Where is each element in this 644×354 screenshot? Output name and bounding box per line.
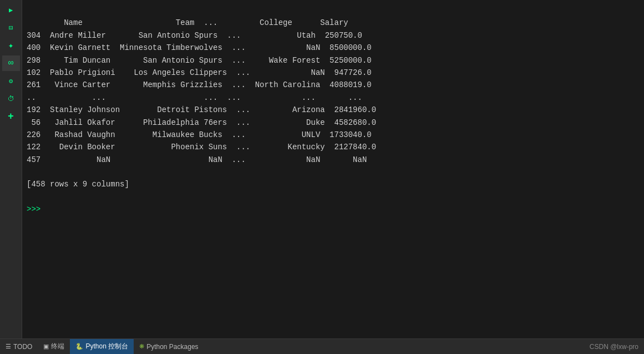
python-console-icon: 🐍 bbox=[75, 343, 83, 350]
add-icon[interactable]: + bbox=[2, 109, 20, 124]
table-row-102: 102 Pablo Prigioni Los Angeles Clippers … bbox=[27, 68, 372, 77]
brand-text: CSDN @lxw-pro bbox=[590, 343, 644, 351]
python-console-label: Python 控制台 bbox=[85, 342, 128, 351]
console-output: Name Team ... College Salary 304 Andre M… bbox=[27, 4, 644, 228]
terminal-icon: ▣ bbox=[43, 343, 49, 350]
table-row-261: 261 Vince Carter Memphis Grizzlies ... N… bbox=[27, 80, 372, 89]
terminal-tab[interactable]: ▣ 终端 bbox=[38, 339, 70, 354]
table-row-457: 457 NaN NaN ... NaN NaN bbox=[27, 155, 367, 164]
table-row-dots: .. ... ... ... ... ... bbox=[27, 93, 362, 102]
todo-label: TODO bbox=[13, 343, 32, 351]
infinity-icon[interactable]: ∞ bbox=[2, 55, 20, 71]
sidebar: ▶ ⊟ ✦ ∞ ⚙ ⏱ + bbox=[0, 0, 22, 338]
table-header: Name Team ... College Salary bbox=[27, 18, 348, 27]
python-console-tab[interactable]: 🐍 Python 控制台 bbox=[70, 339, 134, 354]
settings-icon[interactable]: ⚙ bbox=[2, 73, 20, 89]
clock-icon[interactable]: ⏱ bbox=[2, 91, 20, 107]
table-row-298: 298 Tim Duncan San Antonio Spurs ... Wak… bbox=[27, 56, 372, 65]
summary-text: [458 rows x 9 columns] bbox=[27, 180, 129, 189]
table-row-192: 192 Stanley Johnson Detroit Pistons ... … bbox=[27, 105, 376, 114]
console-prompt: >>> bbox=[27, 205, 40, 214]
table-row-56: 56 Jahlil Okafor Philadelphia 76ers ... … bbox=[27, 118, 376, 127]
table-row-122: 122 Devin Booker Phoenix Suns ... Kentuc… bbox=[27, 143, 376, 151]
python-packages-label: Python Packages bbox=[146, 343, 198, 351]
play-icon[interactable]: ▶ bbox=[2, 2, 20, 18]
todo-icon: ☰ bbox=[6, 343, 11, 350]
table-row-304: 304 Andre Miller San Antonio Spurs ... U… bbox=[27, 31, 362, 40]
print-icon[interactable]: ⊟ bbox=[2, 20, 20, 36]
table-row-226: 226 Rashad Vaughn Milwaukee Bucks ... UN… bbox=[27, 130, 372, 139]
main-area: ▶ ⊟ ✦ ∞ ⚙ ⏱ + Name Team ... College Sala… bbox=[0, 0, 644, 338]
status-bar: ☰ TODO ▣ 终端 🐍 Python 控制台 ❋ Python Packag… bbox=[0, 338, 644, 354]
table-row-400: 400 Kevin Garnett Minnesota Timberwolves… bbox=[27, 43, 372, 52]
terminal-label: 终端 bbox=[51, 342, 64, 351]
python-packages-icon: ❋ bbox=[139, 343, 144, 350]
python-packages-tab[interactable]: ❋ Python Packages bbox=[134, 339, 204, 354]
todo-tab[interactable]: ☰ TODO bbox=[0, 339, 38, 354]
console-area[interactable]: Name Team ... College Salary 304 Andre M… bbox=[22, 0, 644, 338]
structure-icon[interactable]: ✦ bbox=[2, 38, 20, 53]
